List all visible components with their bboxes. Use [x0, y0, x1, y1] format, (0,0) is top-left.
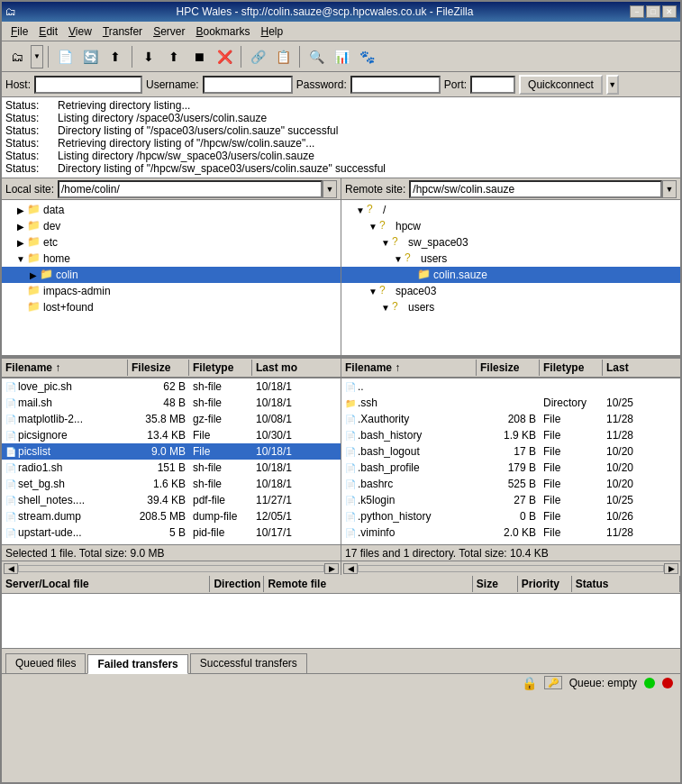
local-file-row[interactable]: 📄mail.sh 48 B sh-file 10/18/1 — [2, 395, 341, 411]
toolbar-btn-8[interactable]: 🔗 — [246, 45, 269, 68]
remote-tree-item[interactable]: 📁colin.sauze — [341, 267, 680, 283]
toolbar-btn-5[interactable]: ⬆ — [162, 45, 186, 68]
tab-queued-files[interactable]: Queued files — [5, 653, 86, 673]
local-file-row[interactable]: 📄shell_notes.... 39.4 KB pdf-file 11/27/… — [2, 492, 341, 508]
local-file-row[interactable]: 📄stream.dump 208.5 MB dump-file 12/05/1 — [2, 508, 341, 524]
local-file-row[interactable]: 📄love_pic.sh 62 B sh-file 10/18/1 — [2, 378, 341, 395]
quickconnect-button[interactable]: Quickconnect — [519, 75, 603, 95]
menu-bookmarks[interactable]: Bookmarks — [190, 23, 255, 40]
local-tree-item[interactable]: 📁lost+found — [2, 299, 341, 315]
toolbar-btn-6[interactable]: ⏹ — [187, 45, 211, 68]
toolbar-btn-12[interactable]: 🐾 — [355, 45, 378, 68]
remote-tree-item[interactable]: ▼?space03 — [341, 283, 680, 299]
remote-tree-item[interactable]: ▼?/ — [341, 202, 680, 218]
local-scroll-left[interactable]: ◀ — [4, 563, 18, 574]
local-tree-item[interactable]: ▶📁colin — [2, 267, 341, 283]
port-input[interactable] — [470, 76, 515, 94]
remote-file-name: 📄.viminfo — [341, 526, 477, 539]
remote-scroll-track[interactable] — [358, 565, 664, 572]
remote-file-size: 179 B — [477, 461, 540, 474]
local-file-row[interactable]: 📄radio1.sh 151 B sh-file 10/18/1 — [2, 460, 341, 476]
remote-file-row[interactable]: 📄.bashrc 525 B File 10/20 — [341, 476, 680, 492]
local-file-row[interactable]: 📄matplotlib-2... 35.8 MB gz-file 10/08/1 — [2, 411, 341, 427]
tab-successful-transfers[interactable]: Successful transfers — [190, 653, 307, 673]
local-path-dropdown[interactable]: ▼ — [323, 180, 337, 198]
remote-col-filesize[interactable]: Filesize — [477, 360, 540, 376]
toolbar-btn-1[interactable]: 📄 — [53, 45, 77, 68]
toolbar-btn-3[interactable]: ⬆ — [104, 45, 127, 68]
local-tree-item[interactable]: ▶📁data — [2, 202, 341, 218]
toolbar-btn-10[interactable]: 🔍 — [305, 45, 328, 68]
remote-path-input[interactable] — [409, 180, 662, 198]
toolbar-btn-11[interactable]: 📊 — [330, 45, 353, 68]
menu-help[interactable]: Help — [256, 23, 289, 40]
remote-col-last[interactable]: Last — [603, 360, 680, 376]
menu-transfer[interactable]: Transfer — [97, 23, 148, 40]
local-path-input[interactable] — [58, 180, 323, 198]
remote-file-type: File — [540, 494, 603, 506]
remote-file-row[interactable]: 📄.viminfo 2.0 KB File 11/28 — [341, 524, 680, 541]
toolbar-site-manager-dropdown[interactable]: ▼ — [31, 45, 43, 68]
remote-scroll-right[interactable]: ▶ — [664, 563, 678, 574]
local-scroll-right[interactable]: ▶ — [324, 563, 339, 574]
minimize-button[interactable]: − — [630, 5, 644, 18]
remote-file-row[interactable]: 📄.bash_history 1.9 KB File 11/28 — [341, 427, 680, 443]
toolbar-btn-2[interactable]: 🔄 — [78, 45, 102, 68]
remote-col-filename[interactable]: Filename ↑ — [341, 360, 477, 376]
port-field-group — [470, 76, 515, 94]
remote-file-row[interactable]: 📄.bash_logout 17 B File 10/20 — [341, 443, 680, 460]
local-file-type: File — [189, 429, 252, 442]
local-tree-item[interactable]: 📁impacs-admin — [2, 283, 341, 299]
maximize-button[interactable]: □ — [646, 5, 660, 18]
menu-server[interactable]: Server — [148, 23, 190, 40]
local-col-filename[interactable]: Filename ↑ — [2, 360, 128, 376]
local-hscroll[interactable]: ◀ ▶ — [2, 561, 341, 575]
remote-tree-item[interactable]: ▼?hpcw — [341, 218, 680, 234]
local-file-date: 10/18/1 — [252, 397, 341, 409]
toolbar-btn-7[interactable]: ❌ — [213, 45, 236, 68]
password-input[interactable] — [350, 76, 441, 94]
local-file-name: 📄matplotlib-2... — [2, 413, 128, 425]
tab-failed-transfers[interactable]: Failed transfers — [87, 654, 187, 674]
menu-edit[interactable]: Edit — [33, 23, 63, 40]
local-tree-item[interactable]: ▼📁home — [2, 251, 341, 267]
local-file-row[interactable]: 📄picslist 9.0 MB File 10/18/1 — [2, 443, 341, 460]
file-icon: 📄 — [345, 431, 356, 441]
local-col-filesize[interactable]: Filesize — [128, 360, 189, 376]
local-file-row[interactable]: 📄set_bg.sh 1.6 KB sh-file 10/18/1 — [2, 476, 341, 492]
remote-file-row[interactable]: 📄.bash_profile 179 B File 10/20 — [341, 460, 680, 476]
local-file-row[interactable]: 📄upstart-ude... 5 B pid-file 10/17/1 — [2, 524, 341, 541]
remote-path-dropdown[interactable]: ▼ — [662, 180, 677, 198]
local-file-panel: Filename ↑ Filesize Filetype Last mo 📄lo… — [2, 359, 341, 575]
remote-scroll-left[interactable]: ◀ — [343, 563, 358, 574]
close-button[interactable]: ✕ — [662, 5, 677, 18]
host-input[interactable] — [34, 76, 142, 94]
remote-tree-item[interactable]: ▼?users — [341, 299, 680, 315]
quickconnect-dropdown[interactable]: ▼ — [606, 75, 619, 95]
local-tree-item[interactable]: ▶📁etc — [2, 234, 341, 251]
toolbar-btn-9[interactable]: 📋 — [271, 45, 295, 68]
menu-file[interactable]: File — [5, 23, 33, 40]
toolbar-sep-4 — [299, 46, 300, 68]
toolbar-btn-4[interactable]: ⬇ — [137, 45, 160, 68]
local-file-date: 10/18/1 — [252, 478, 341, 490]
menu-view[interactable]: View — [63, 23, 97, 40]
username-input[interactable] — [203, 76, 293, 94]
remote-col-filetype[interactable]: Filetype — [540, 360, 603, 376]
local-tree-item[interactable]: ▶📁dev — [2, 218, 341, 234]
local-file-row[interactable]: 📄picsignore 13.4 KB File 10/30/1 — [2, 427, 341, 443]
remote-tree-item[interactable]: ▼?sw_space03 — [341, 234, 680, 251]
local-col-lastmod[interactable]: Last mo — [252, 360, 341, 376]
remote-site-label: Remote site: — [345, 183, 405, 196]
remote-tree-item[interactable]: ▼?users — [341, 251, 680, 267]
local-scroll-track[interactable] — [18, 565, 324, 572]
remote-file-row[interactable]: 📄.Xauthority 208 B File 11/28 — [341, 411, 680, 427]
tq-col-direction: Direction — [210, 576, 264, 592]
remote-file-row[interactable]: 📄.k5login 27 B File 10/25 — [341, 492, 680, 508]
remote-file-row[interactable]: 📄.python_history 0 B File 10/26 — [341, 508, 680, 524]
local-col-filetype[interactable]: Filetype — [189, 360, 252, 376]
remote-file-row[interactable]: 📄.. — [341, 378, 680, 395]
toolbar-site-manager[interactable]: 🗂 — [5, 45, 29, 68]
remote-hscroll[interactable]: ◀ ▶ — [341, 561, 680, 575]
remote-file-row[interactable]: 📁.ssh Directory 10/25 — [341, 395, 680, 411]
